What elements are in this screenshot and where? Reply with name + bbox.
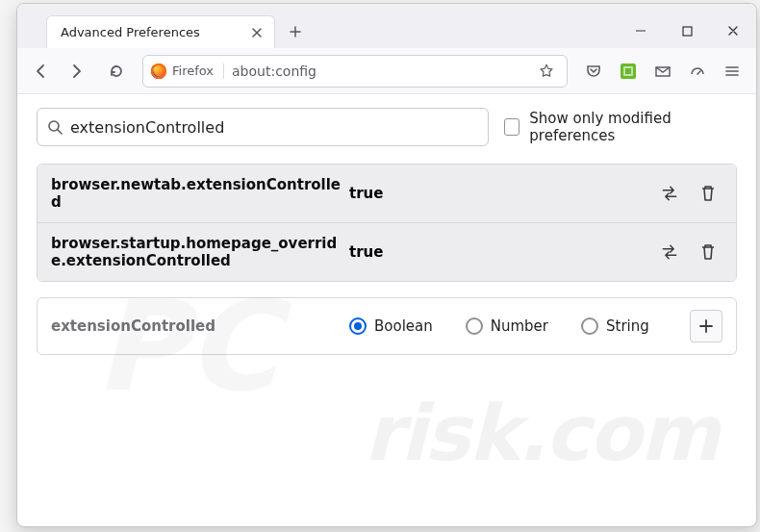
pref-name: browser.startup.homepage_override.extens… [51, 235, 349, 269]
type-option-boolean[interactable]: Boolean [349, 317, 433, 335]
type-option-string[interactable]: String [581, 317, 649, 335]
site-identity[interactable]: Firefox [151, 63, 224, 79]
preference-search-box[interactable] [37, 108, 489, 146]
forward-button[interactable] [60, 55, 92, 88]
radio-icon [349, 317, 367, 335]
window-minimize-button[interactable] [618, 13, 664, 48]
mail-icon[interactable] [646, 55, 679, 88]
close-tab-icon[interactable] [249, 25, 265, 40]
back-button[interactable] [25, 55, 58, 88]
firefox-logo-icon [151, 63, 166, 79]
new-pref-name: extensionControlled [51, 317, 349, 335]
add-pref-button[interactable] [690, 310, 722, 342]
bookmark-star-icon[interactable] [534, 55, 559, 88]
radio-icon [466, 317, 483, 335]
pref-value: true [349, 243, 383, 261]
url-text: about:config [232, 63, 317, 79]
delete-button[interactable] [694, 179, 722, 208]
checkbox-icon[interactable] [504, 118, 519, 136]
svg-rect-0 [683, 27, 692, 36]
identity-label: Firefox [172, 63, 214, 78]
radio-icon [581, 317, 598, 335]
pocket-icon[interactable] [577, 55, 610, 88]
pref-row: browser.startup.homepage_override.extens… [38, 222, 736, 281]
browser-tab[interactable]: Advanced Preferences [46, 15, 275, 48]
window-maximize-button[interactable] [664, 13, 710, 48]
pref-row: browser.newtab.extensionControlled true [38, 165, 736, 222]
toggle-button[interactable] [655, 179, 684, 208]
dashboard-icon[interactable] [681, 55, 714, 88]
type-label: String [606, 317, 649, 335]
delete-button[interactable] [694, 238, 722, 266]
url-bar[interactable]: Firefox about:config [142, 55, 568, 88]
new-pref-type-options: Boolean Number String [349, 317, 649, 335]
watermark: risk.com [364, 389, 718, 478]
type-label: Number [491, 317, 548, 335]
type-option-number[interactable]: Number [466, 317, 548, 335]
new-pref-row: extensionControlled Boolean Number Strin… [37, 297, 737, 355]
pref-name: browser.newtab.extensionControlled [51, 176, 349, 211]
type-label: Boolean [374, 317, 433, 335]
show-modified-toggle[interactable]: Show only modified preferences [504, 110, 737, 144]
toggle-button[interactable] [655, 238, 684, 266]
tab-title: Advanced Preferences [61, 25, 249, 39]
new-tab-button[interactable] [281, 17, 310, 46]
show-modified-label: Show only modified preferences [529, 110, 737, 144]
extension-icon[interactable] [612, 55, 645, 88]
window-close-button[interactable] [710, 13, 756, 48]
preference-search-input[interactable] [70, 118, 478, 137]
pref-value: true [349, 185, 383, 202]
search-icon [47, 119, 63, 135]
reload-button[interactable] [100, 55, 133, 88]
app-menu-button[interactable] [716, 55, 748, 88]
